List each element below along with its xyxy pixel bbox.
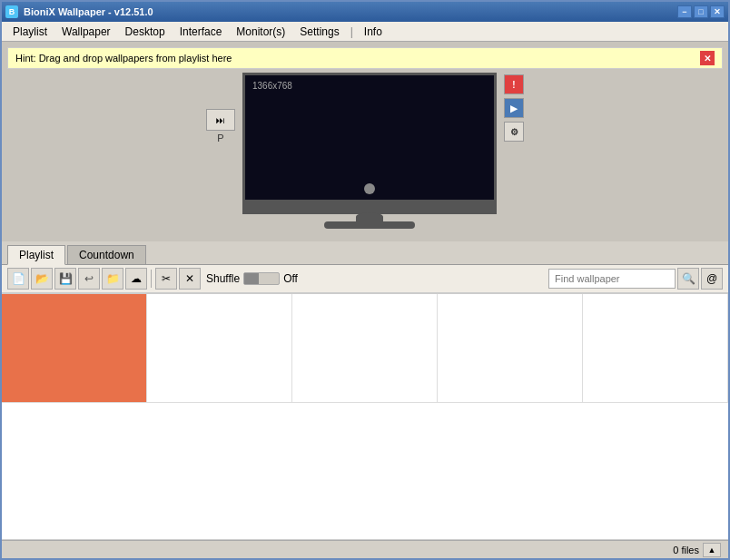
playlist-item-2[interactable]	[147, 294, 292, 403]
p-label: P	[217, 133, 223, 143]
search-input[interactable]	[548, 269, 676, 289]
playlist-item-3[interactable]	[292, 294, 438, 403]
shuffle-toggle[interactable]	[243, 272, 280, 285]
undo-button[interactable]: ↩	[78, 268, 100, 290]
menu-wallpaper[interactable]: Wallpaper	[54, 24, 118, 40]
menu-info[interactable]: Info	[357, 24, 390, 40]
playlist-grid	[2, 293, 728, 540]
preview-area: Hint: Drag and drop wallpapers from play…	[2, 42, 728, 241]
monitor-neck	[356, 212, 383, 221]
app-window: B BioniX Wallpaper - v12.51.0 − □ ✕ Play…	[0, 0, 730, 560]
toolbar: 📄 📂 💾 ↩ 📁 ☁ ✂ ✕ Shuffle Off 🔍 @	[2, 265, 728, 293]
monitor-resolution: 1366x768	[252, 81, 292, 91]
monitor-screen: 1366x768	[242, 73, 497, 200]
menu-bar: Playlist Wallpaper Desktop Interface Mon…	[2, 22, 728, 42]
tab-countdown[interactable]: Countdown	[67, 245, 146, 264]
at-button[interactable]: @	[701, 268, 723, 290]
monitor-power-button	[364, 183, 375, 194]
playlist-item-4[interactable]	[438, 294, 583, 403]
left-controls: ⏭ P	[206, 109, 235, 143]
expand-button[interactable]: ▲	[703, 543, 721, 557]
title-bar-controls: − □ ✕	[677, 5, 725, 18]
monitor-container: 1366x768	[242, 73, 497, 229]
shuffle-handle	[244, 273, 259, 284]
menu-separator: |	[347, 25, 357, 38]
toolbar-separator	[151, 270, 152, 288]
playlist-item-5[interactable]	[583, 294, 728, 403]
menu-monitors[interactable]: Monitor(s)	[229, 24, 292, 40]
menu-settings[interactable]: Settings	[292, 24, 346, 40]
search-area: 🔍 @	[548, 268, 723, 290]
play-button[interactable]: ▶	[504, 98, 524, 118]
save-button[interactable]: 💾	[54, 268, 76, 290]
alert-button[interactable]: !	[504, 74, 524, 94]
monitor-area: ⏭ P 1366x768 ! ▶ ⚙	[7, 73, 723, 229]
open-button[interactable]: 📂	[31, 268, 53, 290]
menu-interface[interactable]: Interface	[173, 24, 230, 40]
hint-bar: Hint: Drag and drop wallpapers from play…	[7, 47, 723, 69]
shuffle-label: Shuffle	[206, 272, 240, 285]
status-bar: 0 files ▲	[2, 540, 728, 558]
menu-playlist[interactable]: Playlist	[5, 24, 54, 40]
hint-text: Hint: Drag and drop wallpapers from play…	[15, 53, 232, 64]
shuffle-area: Shuffle Off	[206, 272, 298, 285]
hint-close-button[interactable]: ✕	[700, 51, 715, 65]
cloud-button[interactable]: ☁	[125, 268, 147, 290]
search-button[interactable]: 🔍	[677, 268, 699, 290]
cut-button[interactable]: ✂	[155, 268, 177, 290]
skip-button[interactable]: ⏭	[206, 109, 235, 131]
right-buttons: ! ▶ ⚙	[504, 74, 524, 142]
settings-button[interactable]: ⚙	[504, 122, 524, 142]
tabs-row: Playlist Countdown	[2, 241, 728, 265]
title-bar-left: B BioniX Wallpaper - v12.51.0	[5, 5, 153, 18]
app-title: BioniX Wallpaper - v12.51.0	[24, 6, 153, 17]
tab-playlist[interactable]: Playlist	[7, 245, 65, 265]
playlist-item-1[interactable]	[2, 294, 147, 403]
remove-button[interactable]: ✕	[179, 268, 201, 290]
title-bar: B BioniX Wallpaper - v12.51.0 − □ ✕	[2, 2, 728, 22]
menu-desktop[interactable]: Desktop	[118, 24, 173, 40]
minimize-button[interactable]: −	[677, 5, 692, 18]
close-button[interactable]: ✕	[710, 5, 725, 18]
shuffle-state: Off	[283, 272, 298, 285]
maximize-button[interactable]: □	[694, 5, 708, 18]
new-button[interactable]: 📄	[7, 268, 29, 290]
app-icon: B	[5, 5, 18, 18]
folder-button[interactable]: 📁	[102, 268, 123, 290]
monitor-base	[324, 221, 415, 229]
file-count: 0 files	[673, 545, 699, 555]
